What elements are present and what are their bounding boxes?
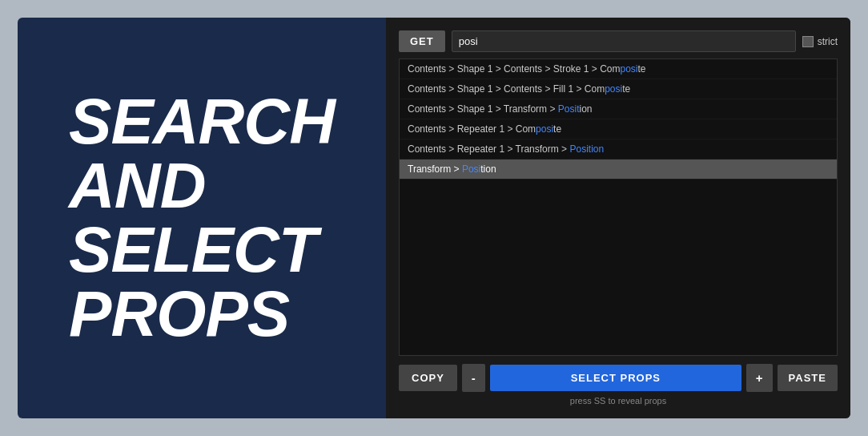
title-text: SEARCH AND SELECT PROPS	[69, 90, 335, 346]
select-props-button[interactable]: SELECT PROPS	[490, 365, 741, 391]
result-highlight: posi	[536, 123, 553, 135]
right-panel: GET strict Contents > Shape 1 > Contents…	[386, 18, 850, 418]
strict-checkbox[interactable]	[802, 36, 814, 47]
title-line-2: AND	[69, 154, 335, 218]
result-item[interactable]: Contents > Shape 1 > Contents > Stroke 1…	[400, 59, 837, 79]
result-prefix: Contents > Shape 1 > Contents > Fill 1 >…	[408, 83, 605, 95]
search-row: GET strict	[399, 30, 838, 52]
result-item-selected[interactable]: Transform > Position	[400, 159, 837, 180]
result-highlight: Position	[569, 143, 604, 155]
result-highlight: posi	[621, 63, 638, 75]
result-prefix: Contents > Shape 1 > Contents > Stroke 1…	[408, 63, 621, 75]
strict-label: strict	[818, 36, 838, 47]
strict-container: strict	[802, 36, 838, 47]
copy-button[interactable]: COPY	[399, 365, 457, 391]
result-suffix: te	[622, 83, 630, 95]
result-highlight: Posit	[558, 103, 580, 115]
main-container: SEARCH AND SELECT PROPS GET strict Conte…	[18, 18, 850, 418]
result-prefix: Transform >	[408, 164, 462, 175]
result-suffix: te	[553, 123, 561, 135]
result-suffix: ion	[579, 103, 592, 115]
get-button[interactable]: GET	[399, 30, 445, 52]
result-suffix: tion	[480, 164, 496, 175]
results-list: Contents > Shape 1 > Contents > Stroke 1…	[399, 59, 838, 356]
result-suffix: te	[638, 63, 646, 75]
minus-button[interactable]: -	[462, 364, 485, 392]
result-item[interactable]: Contents > Repeater 1 > Composite	[400, 119, 837, 139]
search-input[interactable]	[452, 30, 796, 52]
result-item[interactable]: Contents > Repeater 1 > Transform > Posi…	[400, 139, 837, 159]
left-panel: SEARCH AND SELECT PROPS	[18, 18, 386, 418]
title-line-4: PROPS	[69, 282, 335, 346]
result-prefix: Contents > Repeater 1 > Transform >	[408, 143, 569, 155]
title-line-1: SEARCH	[69, 90, 335, 154]
title-line-3: SELECT	[69, 218, 335, 282]
result-prefix: Contents > Shape 1 > Transform >	[408, 103, 558, 115]
bottom-row: COPY - SELECT PROPS + PASTE	[399, 364, 838, 392]
result-highlight: Posi	[462, 164, 480, 175]
result-highlight: posi	[605, 83, 622, 95]
paste-button[interactable]: PASTE	[778, 365, 838, 391]
result-item[interactable]: Contents > Shape 1 > Transform > Positio…	[400, 99, 837, 119]
result-item[interactable]: Contents > Shape 1 > Contents > Fill 1 >…	[400, 79, 837, 99]
plus-button[interactable]: +	[746, 364, 773, 392]
hint-text: press SS to reveal props	[399, 396, 838, 406]
result-prefix: Contents > Repeater 1 > Com	[408, 123, 536, 135]
